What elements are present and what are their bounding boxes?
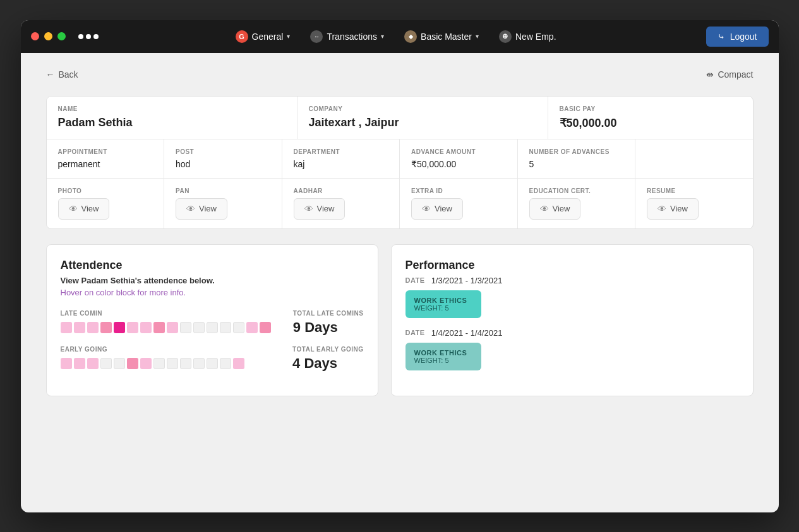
total-early-value: 4 Days <box>292 355 363 372</box>
basic-master-chevron: ▾ <box>476 33 479 40</box>
pan-cell: PAN 👁 View <box>164 179 282 228</box>
attendance-title: Attendence <box>61 259 364 272</box>
info-row-1: NAME Padam Sethia COMPANY Jaitexart , Ja… <box>47 97 753 139</box>
total-early-label: TOTAL EARLY GOING <box>292 346 363 353</box>
transactions-chevron: ▾ <box>381 33 384 40</box>
general-icon: G <box>236 30 248 43</box>
num-advances-value: 5 <box>529 159 624 169</box>
aadhar-view-label: View <box>317 204 335 213</box>
perf-block-1[interactable]: WORK ETHICS WEIGHT: 5 <box>406 290 481 318</box>
name-cell: NAME Padam Sethia <box>47 97 297 139</box>
app-window: G General ▾ ↔ Transactions ▾ ◆ Basic Mas… <box>21 20 779 512</box>
logout-icon: ⤷ <box>718 32 725 42</box>
basic-pay-label: BASIC PAY <box>560 105 742 112</box>
resume-eye-icon: 👁 <box>658 204 666 214</box>
late-block <box>246 322 258 333</box>
nav-transactions-label: Transactions <box>327 32 377 42</box>
perf-date-row-2: DATE 1/4/2021 - 1/4/2021 <box>406 328 739 338</box>
photo-view-button[interactable]: 👁 View <box>58 198 110 220</box>
early-block <box>127 358 138 369</box>
early-going-label: EARLY GOING <box>61 346 280 353</box>
compact-icon: ⇹ <box>706 69 714 80</box>
perf-block-2[interactable]: WORK ETHICS WEIGHT: 5 <box>406 343 481 370</box>
performance-title: Performance <box>406 259 739 272</box>
late-comin-label: LATE COMIN <box>61 310 280 317</box>
photo-view-label: View <box>81 204 99 213</box>
aadhar-cell: AADHAR 👁 View <box>282 179 400 228</box>
info-row-3: PHOTO 👁 View PAN 👁 View AADHAR <box>47 179 753 228</box>
compact-label: Compact <box>718 69 753 80</box>
education-cell: EDUCATION CERT. 👁 View <box>518 179 636 228</box>
appointment-cell: APPOINTMENT permanent <box>47 139 165 178</box>
nav-basic-master[interactable]: ◆ Basic Master ▾ <box>395 27 488 47</box>
late-block <box>61 322 72 333</box>
perf-date-row-1: DATE 1/3/2021 - 1/3/2021 <box>406 276 739 285</box>
early-block <box>220 358 231 369</box>
photo-eye-icon: 👁 <box>69 204 78 214</box>
post-cell: POST hod <box>164 139 282 178</box>
perf-date-val-1: 1/3/2021 - 1/3/2021 <box>431 276 503 285</box>
early-going-row: EARLY GOING <box>61 346 364 372</box>
perf-date-val-2: 1/4/2021 - 1/4/2021 <box>431 328 503 338</box>
minimize-button[interactable] <box>44 32 52 40</box>
early-block <box>233 358 244 369</box>
bottom-panels: Attendence View Padam Sethia's attendenc… <box>46 244 754 396</box>
pan-view-button[interactable]: 👁 View <box>176 198 227 220</box>
post-value: hod <box>176 159 270 169</box>
logout-button[interactable]: ⤷ Logout <box>706 27 769 47</box>
resume-label: RESUME <box>647 187 742 194</box>
general-chevron: ▾ <box>287 33 290 40</box>
extra-id-label: EXTRA ID <box>411 187 506 194</box>
total-late-value: 9 Days <box>293 319 364 336</box>
resume-view-button[interactable]: 👁 View <box>647 198 699 220</box>
photo-label: PHOTO <box>58 187 153 194</box>
resume-view-label: View <box>670 204 688 213</box>
education-view-button[interactable]: 👁 View <box>529 198 581 220</box>
early-block <box>61 358 72 369</box>
transactions-icon: ↔ <box>310 30 323 43</box>
attendance-subtitle-post: attendence below. <box>141 276 215 285</box>
late-block <box>193 322 205 333</box>
back-link[interactable]: ← Back <box>46 69 78 80</box>
post-label: POST <box>176 148 270 155</box>
employee-info-card: NAME Padam Sethia COMPANY Jaitexart , Ja… <box>46 96 754 229</box>
performance-panel: Performance DATE 1/3/2021 - 1/3/2021 WOR… <box>391 244 754 396</box>
late-coming-blocks <box>61 322 280 333</box>
late-block <box>127 322 138 333</box>
extra-id-view-button[interactable]: 👁 View <box>411 198 463 220</box>
close-button[interactable] <box>31 32 39 40</box>
nav-new-emp[interactable]: ⊕ New Emp. <box>490 27 565 47</box>
attendance-panel: Attendence View Padam Sethia's attendenc… <box>46 244 378 396</box>
main-nav: G General ▾ ↔ Transactions ▾ ◆ Basic Mas… <box>99 27 694 47</box>
education-eye-icon: 👁 <box>540 204 549 214</box>
attendance-subtitle-pre: View <box>61 276 81 285</box>
resume-cell: RESUME 👁 View <box>635 179 753 228</box>
late-block <box>180 322 191 333</box>
total-late-label: TOTAL LATE COMINS <box>293 310 364 317</box>
late-block <box>87 322 99 333</box>
extra-id-eye-icon: 👁 <box>422 204 431 214</box>
appointment-label: APPOINTMENT <box>58 148 153 155</box>
num-advances-label: NUMBER of ADVANCES <box>529 148 624 155</box>
perf-block-weight-2: WEIGHT: 5 <box>414 357 472 364</box>
titlebar: G General ▾ ↔ Transactions ▾ ◆ Basic Mas… <box>21 20 779 53</box>
aadhar-view-button[interactable]: 👁 View <box>294 198 345 220</box>
early-block <box>193 358 205 369</box>
perf-block-weight-1: WEIGHT: 5 <box>414 304 472 312</box>
traffic-lights <box>31 32 66 40</box>
new-emp-icon: ⊕ <box>499 30 512 43</box>
department-label: DEPARTMENT <box>294 148 388 155</box>
advance-amount-cell: ADVANCE AMOUNT ₹50,000.00 <box>400 139 518 178</box>
nav-general[interactable]: G General ▾ <box>227 27 299 47</box>
late-coming-row: LATE COMIN <box>61 310 364 336</box>
maximize-button[interactable] <box>57 32 66 40</box>
attendance-employee-name: Padam Sethia's <box>81 276 142 285</box>
company-cell: COMPANY Jaitexart , Jaipur <box>297 97 548 139</box>
appointment-value: permanent <box>58 159 153 169</box>
compact-button[interactable]: ⇹ Compact <box>706 69 753 80</box>
early-block <box>87 358 99 369</box>
perf-date-label-1: DATE <box>406 276 425 284</box>
pan-label: PAN <box>176 187 270 194</box>
perf-block-title-1: WORK ETHICS <box>414 297 472 304</box>
nav-transactions[interactable]: ↔ Transactions ▾ <box>301 27 393 47</box>
